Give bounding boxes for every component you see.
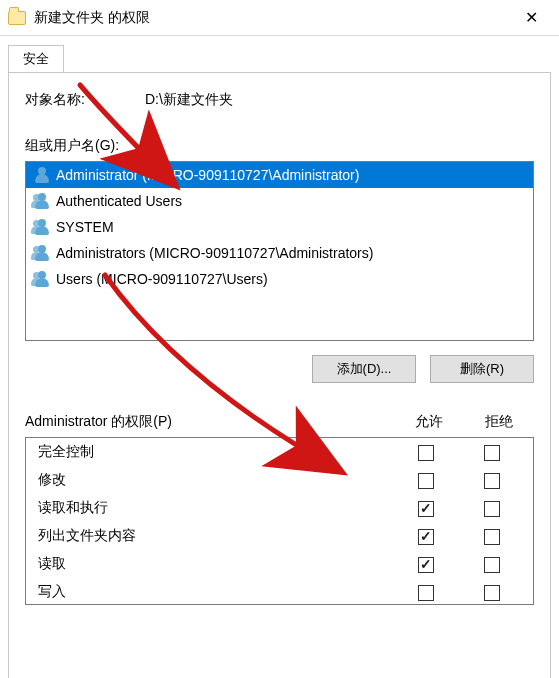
list-item-label: Authenticated Users: [56, 193, 182, 209]
group-icon: [32, 218, 50, 236]
window-title: 新建文件夹 的权限: [34, 9, 511, 27]
user-icon: [32, 166, 50, 184]
permission-name: 列出文件夹内容: [34, 527, 393, 545]
list-item-label: Users (MICRO-909110727\Users): [56, 271, 268, 287]
allow-column-header: 允许: [394, 413, 464, 431]
users-listbox[interactable]: Administrator (MICRO-909110727\Administr…: [25, 161, 534, 341]
permission-name: 修改: [34, 471, 393, 489]
allow-checkbox[interactable]: [418, 473, 434, 489]
deny-checkbox[interactable]: [484, 529, 500, 545]
permission-name: 写入: [34, 583, 393, 601]
tab-strip: 安全: [0, 36, 559, 72]
allow-checkbox[interactable]: [418, 585, 434, 601]
permissions-title: Administrator 的权限(P): [25, 413, 394, 431]
permissions-header: Administrator 的权限(P) 允许 拒绝: [25, 413, 534, 431]
list-item-label: SYSTEM: [56, 219, 114, 235]
permission-row: 写入: [26, 578, 533, 605]
deny-checkbox[interactable]: [484, 585, 500, 601]
object-name-value: D:\新建文件夹: [145, 91, 233, 109]
list-item-label: Administrators (MICRO-909110727\Administ…: [56, 245, 373, 261]
folder-icon: [8, 11, 26, 25]
add-button[interactable]: 添加(D)...: [312, 355, 416, 383]
deny-checkbox[interactable]: [484, 501, 500, 517]
allow-checkbox[interactable]: [418, 529, 434, 545]
titlebar: 新建文件夹 的权限 ✕: [0, 0, 559, 36]
user-buttons-row: 添加(D)... 删除(R): [25, 355, 534, 383]
deny-checkbox[interactable]: [484, 473, 500, 489]
list-item[interactable]: Users (MICRO-909110727\Users): [26, 266, 533, 292]
permissions-list[interactable]: 完全控制修改读取和执行列出文件夹内容读取写入: [25, 437, 534, 605]
permission-row: 修改: [26, 466, 533, 494]
groups-users-label: 组或用户名(G):: [25, 137, 534, 155]
permission-row: 读取和执行: [26, 494, 533, 522]
permission-row: 读取: [26, 550, 533, 578]
allow-checkbox[interactable]: [418, 501, 434, 517]
tab-panel: 对象名称: D:\新建文件夹 组或用户名(G): Administrator (…: [8, 72, 551, 678]
permission-row: 完全控制: [26, 438, 533, 466]
object-name-row: 对象名称: D:\新建文件夹: [25, 91, 534, 109]
deny-checkbox[interactable]: [484, 557, 500, 573]
allow-checkbox[interactable]: [418, 557, 434, 573]
close-button[interactable]: ✕: [511, 8, 551, 27]
permission-row: 列出文件夹内容: [26, 522, 533, 550]
deny-checkbox[interactable]: [484, 445, 500, 461]
tab-security[interactable]: 安全: [8, 45, 64, 73]
list-item[interactable]: Authenticated Users: [26, 188, 533, 214]
list-item[interactable]: SYSTEM: [26, 214, 533, 240]
permission-name: 读取: [34, 555, 393, 573]
deny-column-header: 拒绝: [464, 413, 534, 431]
group-icon: [32, 244, 50, 262]
list-item[interactable]: Administrator (MICRO-909110727\Administr…: [26, 162, 533, 188]
group-icon: [32, 270, 50, 288]
list-item[interactable]: Administrators (MICRO-909110727\Administ…: [26, 240, 533, 266]
remove-button[interactable]: 删除(R): [430, 355, 534, 383]
group-icon: [32, 192, 50, 210]
permission-name: 完全控制: [34, 443, 393, 461]
list-item-label: Administrator (MICRO-909110727\Administr…: [56, 167, 359, 183]
allow-checkbox[interactable]: [418, 445, 434, 461]
object-name-label: 对象名称:: [25, 91, 145, 109]
permission-name: 读取和执行: [34, 499, 393, 517]
